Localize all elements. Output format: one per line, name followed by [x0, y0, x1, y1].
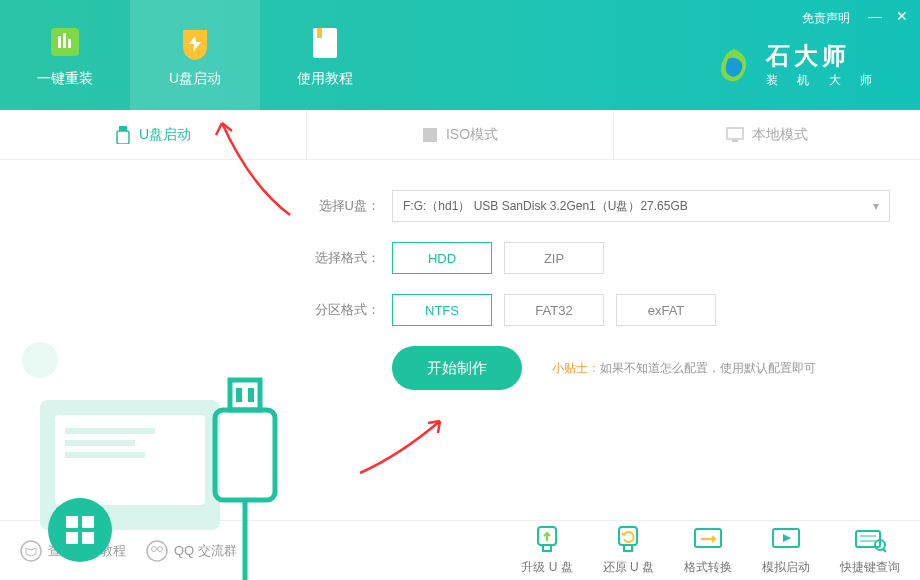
disk-value: F:G:（hd1） USB SanDisk 3.2Gen1（U盘）27.65GB: [403, 198, 688, 215]
usb-restore-icon: [611, 525, 645, 555]
partition-label: 分区格式：: [310, 301, 380, 319]
config-form: 选择U盘： F:G:（hd1） USB SanDisk 3.2Gen1（U盘）2…: [300, 160, 920, 520]
usb-up-icon: [530, 525, 564, 555]
svg-rect-31: [543, 545, 551, 551]
action-label: 格式转换: [684, 559, 732, 576]
start-button[interactable]: 开始制作: [392, 346, 522, 390]
nav-label: U盘启动: [169, 70, 221, 88]
action-label: 升级 U 盘: [521, 559, 572, 576]
logo-subtitle: 装 机 大 师: [766, 72, 880, 89]
tab-iso[interactable]: ISO模式: [307, 110, 614, 159]
svg-rect-36: [856, 531, 880, 547]
svg-rect-24: [236, 388, 242, 402]
usb-shield-icon: [175, 22, 215, 62]
minimize-button[interactable]: —: [868, 8, 882, 24]
chevron-down-icon: ▾: [873, 199, 879, 213]
keyboard-search-icon: [853, 525, 887, 555]
tab-label: U盘启动: [139, 126, 191, 144]
logo: 石大师 装 机 大 师: [714, 40, 880, 89]
svg-rect-21: [82, 532, 94, 544]
window-controls: — ✕: [868, 8, 908, 24]
nav-label: 一键重装: [37, 70, 93, 88]
svg-rect-22: [215, 410, 275, 500]
mode-tabs: U盘启动 ISO模式 本地模式: [0, 110, 920, 160]
svg-rect-25: [248, 388, 254, 402]
svg-rect-19: [82, 516, 94, 528]
disk-label: 选择U盘：: [310, 197, 380, 215]
action-hotkey-query[interactable]: 快捷键查询: [840, 525, 900, 576]
svg-rect-9: [727, 128, 743, 139]
iso-icon: [422, 127, 438, 143]
header-bar: 免责声明 — ✕ 一键重装 U盘启动 使用教程 石大师 装 机 大 师: [0, 0, 920, 110]
action-upgrade-usb[interactable]: 升级 U 盘: [521, 525, 572, 576]
reinstall-icon: [45, 22, 85, 62]
format-zip[interactable]: ZIP: [504, 242, 604, 274]
convert-icon: [691, 525, 725, 555]
close-button[interactable]: ✕: [896, 8, 908, 24]
svg-rect-33: [624, 545, 632, 551]
svg-rect-10: [732, 140, 738, 142]
monitor-play-icon: [769, 525, 803, 555]
svg-rect-2: [63, 33, 66, 48]
partition-exfat[interactable]: exFAT: [616, 294, 716, 326]
nav-reinstall[interactable]: 一键重装: [0, 0, 130, 110]
nav-tutorial[interactable]: 使用教程: [260, 0, 390, 110]
tab-local[interactable]: 本地模式: [614, 110, 920, 159]
illustration-pane: [0, 160, 300, 520]
tab-usb-boot[interactable]: U盘启动: [0, 110, 307, 159]
svg-point-11: [22, 342, 58, 378]
svg-rect-15: [65, 440, 135, 446]
svg-rect-1: [58, 36, 61, 48]
svg-rect-20: [66, 532, 78, 544]
action-label: 模拟启动: [762, 559, 810, 576]
svg-rect-16: [65, 452, 145, 458]
svg-point-17: [48, 498, 112, 562]
tip-label: 小贴士：: [552, 361, 600, 375]
nav-label: 使用教程: [297, 70, 353, 88]
format-hdd[interactable]: HDD: [392, 242, 492, 274]
svg-rect-3: [68, 39, 71, 48]
monitor-icon: [726, 127, 744, 143]
partition-fat32[interactable]: FAT32: [504, 294, 604, 326]
action-simulate-boot[interactable]: 模拟启动: [762, 525, 810, 576]
action-label: 还原 U 盘: [603, 559, 654, 576]
nav-usb-boot[interactable]: U盘启动: [130, 0, 260, 110]
logo-icon: [714, 45, 754, 85]
svg-line-40: [883, 549, 886, 552]
svg-rect-5: [317, 28, 322, 38]
disk-select[interactable]: F:G:（hd1） USB SanDisk 3.2Gen1（U盘）27.65GB…: [392, 190, 890, 222]
svg-rect-14: [65, 428, 155, 434]
action-label: 快捷键查询: [840, 559, 900, 576]
tab-label: 本地模式: [752, 126, 808, 144]
svg-rect-23: [230, 380, 260, 410]
svg-rect-8: [423, 128, 437, 142]
svg-rect-18: [66, 516, 78, 528]
action-restore-usb[interactable]: 还原 U 盘: [603, 525, 654, 576]
svg-rect-7: [117, 131, 129, 144]
format-label: 选择格式：: [310, 249, 380, 267]
logo-title: 石大师: [766, 40, 880, 72]
book-icon: [305, 22, 345, 62]
tip-text: 小贴士：如果不知道怎么配置，使用默认配置即可: [552, 360, 816, 377]
action-format-convert[interactable]: 格式转换: [684, 525, 732, 576]
tip-content: 如果不知道怎么配置，使用默认配置即可: [600, 361, 816, 375]
computer-usb-illustration: [20, 340, 300, 580]
tab-label: ISO模式: [446, 126, 498, 144]
partition-ntfs[interactable]: NTFS: [392, 294, 492, 326]
svg-rect-4: [313, 28, 337, 58]
disclaimer-link[interactable]: 免责声明: [802, 10, 850, 27]
usb-icon: [115, 126, 131, 144]
